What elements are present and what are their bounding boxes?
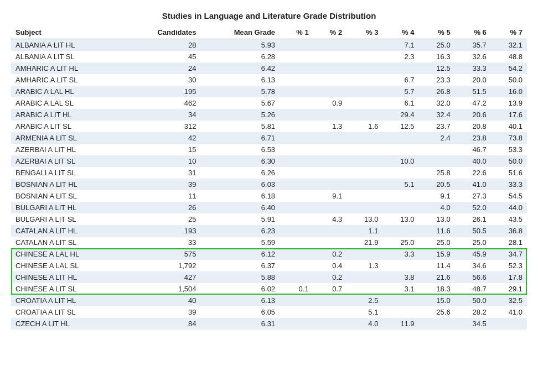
cell-p1	[280, 39, 313, 51]
cell-p3: 21.9	[346, 237, 382, 248]
cell-p1	[280, 237, 313, 248]
cell-p6: 25.0	[455, 237, 491, 248]
cell-subject: CHINESE A LIT SL	[11, 283, 126, 295]
cell-candidates: 39	[126, 306, 201, 318]
cell-p5: 23.3	[419, 74, 455, 86]
cell-p4	[382, 260, 418, 271]
cell-p1	[280, 248, 313, 260]
cell-mean: 6.18	[201, 190, 280, 202]
cell-p6: 20.8	[455, 121, 491, 132]
cell-candidates: 195	[126, 86, 201, 97]
cell-candidates: 427	[126, 271, 201, 283]
cell-p1	[280, 144, 313, 155]
cell-p3	[346, 144, 382, 155]
cell-p7: 13.9	[491, 97, 527, 109]
cell-p7: 50.0	[491, 155, 527, 167]
cell-p7: 28.1	[491, 237, 527, 248]
table-row: ALBANIA A LIT HL285.937.125.035.732.1	[11, 39, 527, 51]
table-row: CROATIA A LIT HL406.132.515.050.032.5	[11, 295, 527, 306]
cell-p7: 52.3	[491, 260, 527, 271]
cell-candidates: 10	[126, 155, 201, 167]
cell-p3: 5.1	[346, 306, 382, 318]
cell-p2	[313, 202, 347, 213]
cell-mean: 5.59	[201, 237, 280, 248]
cell-p7: 54.2	[491, 62, 527, 74]
cell-p5: 32.0	[419, 97, 455, 109]
cell-mean: 6.28	[201, 51, 280, 62]
cell-p4: 10.0	[382, 155, 418, 167]
cell-mean: 5.67	[201, 97, 280, 109]
cell-p7: 51.6	[491, 167, 527, 179]
cell-subject: ARABIC A LAL HL	[11, 86, 126, 97]
cell-p6: 32.6	[455, 51, 491, 62]
cell-p3	[346, 74, 382, 86]
col-p5: % 5	[419, 26, 455, 39]
cell-p2	[313, 167, 347, 179]
cell-p5: 21.6	[419, 271, 455, 283]
cell-p2	[313, 132, 347, 144]
cell-subject: AZERBAI A LIT HL	[11, 144, 126, 155]
cell-p1	[280, 179, 313, 190]
cell-p3: 1.3	[346, 260, 382, 271]
cell-p1	[280, 271, 313, 283]
cell-p3	[346, 97, 382, 109]
cell-p4: 7.1	[382, 39, 418, 51]
cell-p4: 3.8	[382, 271, 418, 283]
cell-p1	[280, 74, 313, 86]
cell-subject: BULGARI A LIT SL	[11, 213, 126, 225]
cell-p6: 27.3	[455, 190, 491, 202]
cell-p3	[346, 109, 382, 121]
cell-p1	[280, 190, 313, 202]
table-row: ARABIC A LAL SL4625.670.96.132.047.213.9	[11, 97, 527, 109]
cell-mean: 6.42	[201, 62, 280, 74]
cell-p5: 11.6	[419, 225, 455, 237]
cell-p2	[313, 51, 347, 62]
table-row: ARMENIA A LIT SL426.712.423.873.8	[11, 132, 527, 144]
cell-candidates: 15	[126, 144, 201, 155]
cell-candidates: 462	[126, 97, 201, 109]
table-wrapper: Studies in Language and Literature Grade…	[11, 11, 527, 330]
cell-mean: 6.12	[201, 248, 280, 260]
cell-p7: 32.5	[491, 295, 527, 306]
cell-subject: ARMENIA A LIT SL	[11, 132, 126, 144]
cell-candidates: 193	[126, 225, 201, 237]
col-p1: % 1	[280, 26, 313, 39]
cell-p6: 35.7	[455, 39, 491, 51]
cell-mean: 6.30	[201, 155, 280, 167]
cell-p2: 0.2	[313, 248, 347, 260]
cell-p6: 20.0	[455, 74, 491, 86]
cell-p5: 25.0	[419, 39, 455, 51]
cell-p1	[280, 155, 313, 167]
cell-mean: 6.37	[201, 260, 280, 271]
cell-candidates: 34	[126, 109, 201, 121]
table-row: CROATIA A LIT SL396.055.125.628.241.0	[11, 306, 527, 318]
cell-p6: 20.6	[455, 109, 491, 121]
cell-p7: 53.3	[491, 144, 527, 155]
cell-p7: 29.1	[491, 283, 527, 295]
cell-p4: 11.9	[382, 318, 418, 330]
cell-p6: 34.6	[455, 260, 491, 271]
cell-p5: 18.3	[419, 283, 455, 295]
cell-p4	[382, 295, 418, 306]
cell-p1	[280, 167, 313, 179]
cell-p7: 17.6	[491, 109, 527, 121]
cell-p5: 15.0	[419, 295, 455, 306]
cell-p5: 20.5	[419, 179, 455, 190]
cell-p2	[313, 144, 347, 155]
grade-distribution-table: Subject Candidates Mean Grade % 1 % 2 % …	[11, 26, 527, 330]
cell-subject: ALBANIA A LIT SL	[11, 51, 126, 62]
cell-p4	[382, 225, 418, 237]
cell-p7: 43.5	[491, 213, 527, 225]
cell-p1	[280, 51, 313, 62]
cell-p7: 73.8	[491, 132, 527, 144]
cell-p1	[280, 295, 313, 306]
cell-p7: 16.0	[491, 86, 527, 97]
cell-candidates: 45	[126, 51, 201, 62]
cell-subject: AMHARIC A LIT SL	[11, 74, 126, 86]
table-row: CATALAN A LIT SL335.5921.925.025.025.028…	[11, 237, 527, 248]
cell-p2	[313, 306, 347, 318]
cell-p1	[280, 62, 313, 74]
cell-p3	[346, 190, 382, 202]
cell-candidates: 11	[126, 190, 201, 202]
cell-mean: 5.93	[201, 39, 280, 51]
